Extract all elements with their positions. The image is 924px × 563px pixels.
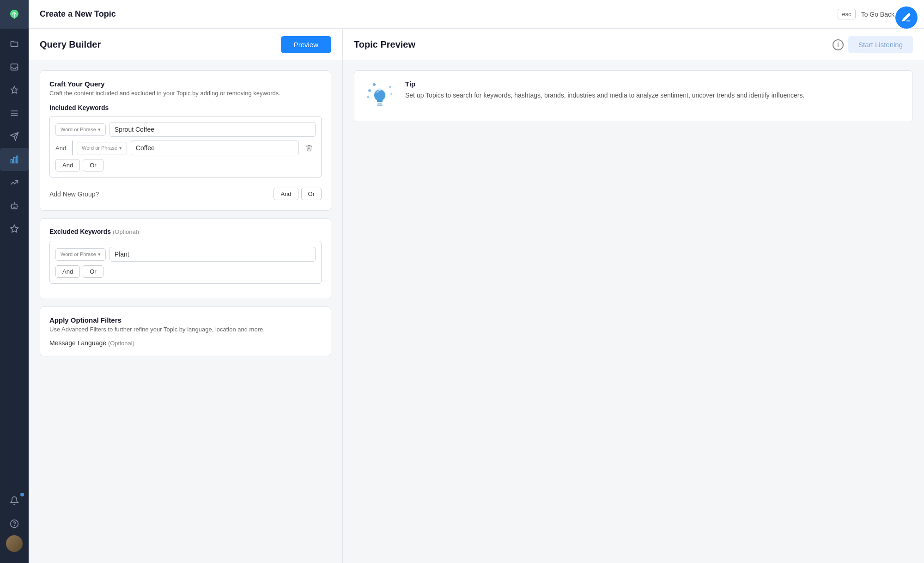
sidebar-bottom <box>0 489 29 563</box>
connector-line <box>72 141 73 155</box>
to-go-back-label: To Go Back <box>861 11 894 18</box>
svg-rect-17 <box>377 104 383 106</box>
left-panel-scroll: Craft Your Query Craft the content inclu… <box>29 61 342 563</box>
or-button-excluded[interactable]: Or <box>83 265 103 278</box>
trash-icon <box>305 144 313 152</box>
tip-card: Tip Set up Topics to search for keywords… <box>354 70 913 122</box>
tip-text-area: Tip Set up Topics to search for keywords… <box>405 80 804 100</box>
and-button-group1[interactable]: And <box>55 159 80 171</box>
and-connector-label: And <box>55 145 68 152</box>
sidebar-item-analytics[interactable] <box>0 148 29 171</box>
tip-icon-area <box>364 80 396 112</box>
sidebar-item-send[interactable] <box>0 125 29 148</box>
keyword-row-2: And Word or Phrase ▾ <box>55 141 316 155</box>
sidebar-item-robot[interactable] <box>0 194 29 217</box>
svg-point-14 <box>389 86 391 88</box>
star-icon <box>10 224 19 233</box>
keyword-type-label-2: Word or Phrase <box>82 145 117 151</box>
folder-icon <box>10 39 19 49</box>
add-group-or-button[interactable]: Or <box>301 188 322 200</box>
robot-icon <box>10 201 19 210</box>
keyword-input-1[interactable] <box>109 122 316 137</box>
avatar-image <box>6 535 23 552</box>
sidebar <box>0 0 29 563</box>
svg-rect-4 <box>11 159 12 163</box>
filters-card: Apply Optional Filters Use Advanced Filt… <box>40 306 331 356</box>
help-icon <box>10 519 19 528</box>
craft-query-card: Craft Your Query Craft the content inclu… <box>40 70 331 211</box>
add-new-group-row: Add New Group? And Or <box>49 183 322 201</box>
message-language-label: Message Language (Optional) <box>49 339 322 347</box>
page-title: Create a New Topic <box>40 9 116 19</box>
sidebar-item-help[interactable] <box>0 512 29 535</box>
sprout-logo-icon <box>8 8 21 21</box>
lightbulb-icon <box>366 82 394 110</box>
sidebar-item-list[interactable] <box>0 102 29 125</box>
page-header: Create a New Topic esc To Go Back × <box>29 0 924 29</box>
start-listening-button[interactable]: Start Listening <box>848 36 913 53</box>
svg-marker-8 <box>11 225 18 233</box>
sidebar-item-pin[interactable] <box>0 79 29 102</box>
right-panel: Topic Preview i Start Listening <box>343 29 924 563</box>
edit-fab-button[interactable] <box>895 6 918 29</box>
delete-keyword-button[interactable] <box>303 141 316 154</box>
sidebar-item-notifications[interactable] <box>0 489 29 512</box>
bell-icon <box>10 496 19 505</box>
keyword-type-select-1[interactable]: Word or Phrase ▾ <box>55 123 106 136</box>
query-builder-header: Query Builder Preview <box>29 29 342 61</box>
svg-point-13 <box>367 96 370 98</box>
add-new-group-label: Add New Group? <box>49 190 99 198</box>
sidebar-logo[interactable] <box>0 0 29 29</box>
tip-description: Set up Topics to search for keywords, ha… <box>405 91 804 100</box>
info-button[interactable]: i <box>833 39 844 50</box>
excluded-keyword-input-1[interactable] <box>109 247 316 262</box>
svg-rect-6 <box>16 156 18 163</box>
sidebar-item-inbox[interactable] <box>0 55 29 79</box>
keyword-type-select-2[interactable]: Word or Phrase ▾ <box>77 142 127 154</box>
svg-rect-7 <box>12 204 17 209</box>
left-panel: Query Builder Preview Craft Your Query C… <box>29 29 343 563</box>
excluded-keywords-header: Excluded Keywords (Optional) <box>49 228 322 235</box>
and-or-buttons-group1: And Or <box>55 159 316 171</box>
chevron-down-icon-2: ▾ <box>119 145 122 151</box>
topic-preview-title: Topic Preview <box>354 39 415 50</box>
keyword-type-label-1: Word or Phrase <box>61 127 96 132</box>
sidebar-item-star[interactable] <box>0 217 29 240</box>
main-content: Create a New Topic esc To Go Back × Quer… <box>29 0 924 563</box>
excluded-chevron-icon: ▾ <box>98 251 101 257</box>
sidebar-item-chart[interactable] <box>0 171 29 194</box>
craft-query-subtitle: Craft the content included and excluded … <box>49 90 322 97</box>
keyword-input-2[interactable] <box>131 141 299 155</box>
chevron-down-icon-1: ▾ <box>98 127 101 133</box>
pin-icon <box>10 86 19 95</box>
preview-button[interactable]: Preview <box>281 36 331 53</box>
or-button-group1[interactable]: Or <box>83 159 103 171</box>
svg-point-11 <box>368 89 371 92</box>
sidebar-item-folder[interactable] <box>0 32 29 55</box>
included-keywords-group: Word or Phrase ▾ And Word or Phrase ▾ <box>49 116 322 177</box>
analytics-icon <box>10 155 19 164</box>
edit-icon <box>901 12 912 23</box>
topic-preview-header: Topic Preview i Start Listening <box>343 29 924 61</box>
chart-icon <box>10 178 19 187</box>
keyword-row-1: Word or Phrase ▾ <box>55 122 316 137</box>
right-panel-actions: i Start Listening <box>833 36 913 53</box>
avatar[interactable] <box>6 535 23 552</box>
add-group-and-button[interactable]: And <box>274 188 298 200</box>
excluded-keywords-title: Excluded Keywords <box>49 228 111 235</box>
filters-title: Apply Optional Filters <box>49 316 322 324</box>
right-panel-content: Tip Set up Topics to search for keywords… <box>343 61 924 563</box>
message-language-optional: (Optional) <box>108 340 134 347</box>
filters-subtitle: Use Advanced Filters to further refine y… <box>49 326 322 333</box>
excluded-keyword-type-select-1[interactable]: Word or Phrase ▾ <box>55 248 106 261</box>
esc-badge: esc <box>838 9 855 19</box>
send-icon <box>10 132 19 141</box>
svg-point-12 <box>373 83 376 86</box>
excluded-keyword-row-1: Word or Phrase ▾ <box>55 247 316 262</box>
inbox-icon <box>10 62 19 72</box>
query-builder-title: Query Builder <box>40 39 101 50</box>
excluded-optional-label: (Optional) <box>113 228 139 235</box>
and-button-excluded[interactable]: And <box>55 265 80 278</box>
craft-query-title: Craft Your Query <box>49 80 322 88</box>
tip-title: Tip <box>405 80 804 88</box>
